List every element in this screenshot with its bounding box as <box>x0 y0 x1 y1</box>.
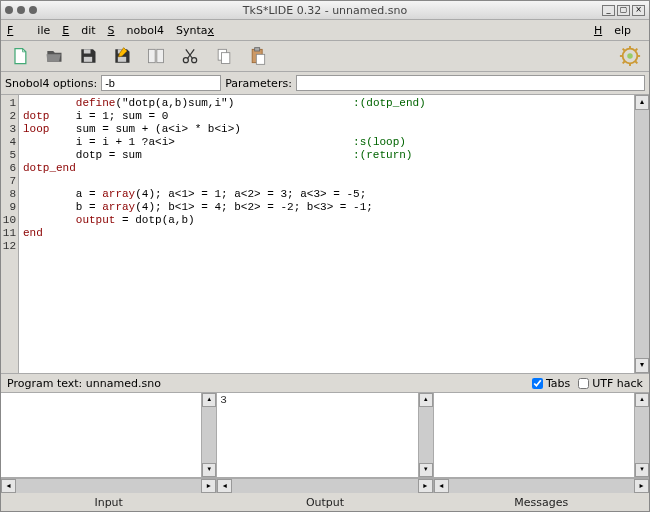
tabs-checkbox[interactable]: Tabs <box>532 377 570 390</box>
copy-button[interactable] <box>211 43 237 69</box>
scroll-track[interactable] <box>635 110 649 358</box>
svg-rect-5 <box>157 49 164 62</box>
toolbar <box>1 41 649 72</box>
titlebar: TkS*LIDE 0.32 - unnamed.sno _ ▢ × <box>1 1 649 20</box>
svg-rect-11 <box>255 48 260 51</box>
run-button[interactable] <box>617 43 643 69</box>
menubar: File Edit Snobol4 Syntax Help <box>1 20 649 41</box>
line-number-gutter: 123456789101112 <box>1 95 19 373</box>
svg-line-19 <box>623 49 625 51</box>
scroll-up-icon[interactable]: ▴ <box>635 95 649 110</box>
svg-line-22 <box>636 49 638 51</box>
parameters-input[interactable] <box>296 75 645 91</box>
tabs-checkbox-input[interactable] <box>532 378 543 389</box>
horizontal-scrollbars: ◂▸ ◂▸ ◂▸ <box>1 478 649 493</box>
messages-label: Messages <box>433 496 649 509</box>
menu-edit[interactable]: Edit <box>62 24 95 37</box>
cut-button[interactable] <box>143 43 169 69</box>
svg-rect-4 <box>149 49 156 62</box>
snobol-options-input[interactable] <box>101 75 221 91</box>
menu-syntax[interactable]: Syntax <box>176 24 226 37</box>
input-scrollbar[interactable]: ▴▾ <box>201 393 216 477</box>
svg-rect-9 <box>222 53 230 64</box>
new-file-button[interactable] <box>7 43 33 69</box>
messages-pane-body <box>434 393 634 477</box>
parameters-label: Parameters: <box>225 77 292 90</box>
svg-rect-1 <box>84 57 92 62</box>
options-row: Snobol4 options: Parameters: <box>1 72 649 95</box>
save-button[interactable] <box>75 43 101 69</box>
editor-pane[interactable]: define("dotp(a,b)sum,i") :(dotp_end)dotp… <box>19 95 634 373</box>
utf-hack-checkbox[interactable]: UTF hack <box>578 377 643 390</box>
svg-rect-0 <box>84 49 91 53</box>
messages-hscroll[interactable]: ◂▸ <box>433 479 649 493</box>
svg-rect-3 <box>118 57 126 62</box>
output-pane-body: 3 <box>217 393 417 477</box>
menu-snobol[interactable]: Snobol4 <box>108 24 164 37</box>
output-hscroll[interactable]: ◂▸ <box>216 479 432 493</box>
paste-button[interactable] <box>245 43 271 69</box>
open-file-button[interactable] <box>41 43 67 69</box>
snobol-options-label: Snobol4 options: <box>5 77 97 90</box>
status-bar: Program text: unnamed.sno Tabs UTF hack <box>1 374 649 393</box>
scroll-down-icon[interactable]: ▾ <box>635 358 649 373</box>
output-pane[interactable]: 3 ▴▾ <box>216 393 432 477</box>
editor-vertical-scrollbar[interactable]: ▴ ▾ <box>634 95 649 373</box>
output-scrollbar[interactable]: ▴▾ <box>418 393 433 477</box>
program-text-label: Program text: <box>7 377 82 390</box>
svg-line-20 <box>636 62 638 64</box>
output-label: Output <box>216 496 432 509</box>
messages-scrollbar[interactable]: ▴▾ <box>634 393 649 477</box>
input-pane-body[interactable] <box>1 393 201 477</box>
svg-point-14 <box>627 53 633 59</box>
menu-help[interactable]: Help <box>594 24 631 37</box>
io-panes: ▴▾ 3 ▴▾ ▴▾ <box>1 393 649 478</box>
menu-file[interactable]: File <box>7 24 50 37</box>
scissors-button[interactable] <box>177 43 203 69</box>
input-pane[interactable]: ▴▾ <box>1 393 216 477</box>
program-filename: unnamed.sno <box>86 377 161 390</box>
editor-area: 123456789101112 define("dotp(a,b)sum,i")… <box>1 95 649 374</box>
pane-labels: Input Output Messages <box>1 493 649 511</box>
code-editor[interactable]: define("dotp(a,b)sum,i") :(dotp_end)dotp… <box>19 95 634 253</box>
input-label: Input <box>1 496 216 509</box>
window-title: TkS*LIDE 0.32 - unnamed.sno <box>1 4 649 17</box>
utf-checkbox-input[interactable] <box>578 378 589 389</box>
input-hscroll[interactable]: ◂▸ <box>1 479 216 493</box>
svg-line-21 <box>623 62 625 64</box>
messages-pane[interactable]: ▴▾ <box>433 393 649 477</box>
svg-rect-12 <box>256 54 264 64</box>
app-window: TkS*LIDE 0.32 - unnamed.sno _ ▢ × File E… <box>0 0 650 512</box>
save-as-button[interactable] <box>109 43 135 69</box>
